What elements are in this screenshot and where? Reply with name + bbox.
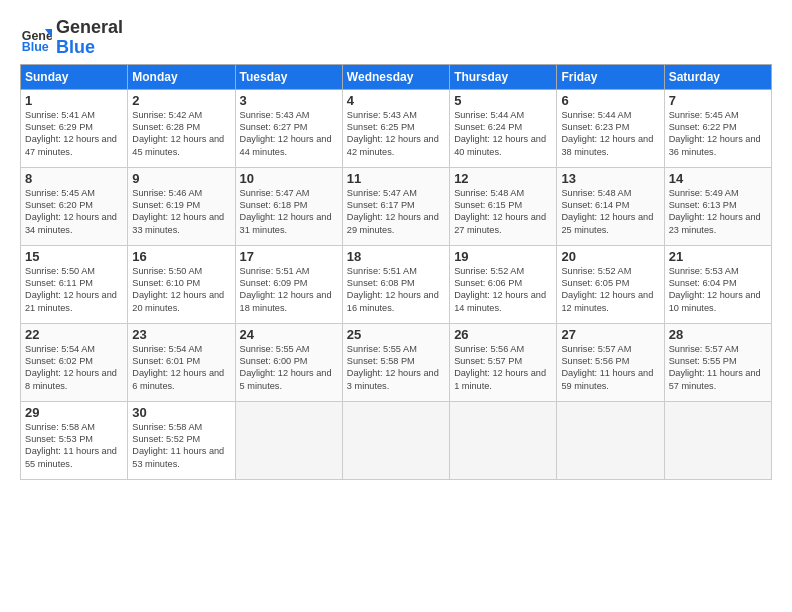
calendar-cell: 4 Sunrise: 5:43 AM Sunset: 6:25 PM Dayli… xyxy=(342,89,449,167)
col-wednesday: Wednesday xyxy=(342,64,449,89)
calendar-table: Sunday Monday Tuesday Wednesday Thursday… xyxy=(20,64,772,480)
day-number: 26 xyxy=(454,327,552,342)
day-detail: Sunrise: 5:56 AM Sunset: 5:57 PM Dayligh… xyxy=(454,343,552,393)
day-number: 4 xyxy=(347,93,445,108)
calendar-cell: 23 Sunrise: 5:54 AM Sunset: 6:01 PM Dayl… xyxy=(128,323,235,401)
day-number: 7 xyxy=(669,93,767,108)
day-detail: Sunrise: 5:51 AM Sunset: 6:08 PM Dayligh… xyxy=(347,265,445,315)
day-number: 19 xyxy=(454,249,552,264)
day-detail: Sunrise: 5:43 AM Sunset: 6:27 PM Dayligh… xyxy=(240,109,338,159)
day-detail: Sunrise: 5:57 AM Sunset: 5:55 PM Dayligh… xyxy=(669,343,767,393)
day-detail: Sunrise: 5:51 AM Sunset: 6:09 PM Dayligh… xyxy=(240,265,338,315)
day-number: 3 xyxy=(240,93,338,108)
calendar-cell: 26 Sunrise: 5:56 AM Sunset: 5:57 PM Dayl… xyxy=(450,323,557,401)
col-friday: Friday xyxy=(557,64,664,89)
calendar-cell: 30 Sunrise: 5:58 AM Sunset: 5:52 PM Dayl… xyxy=(128,401,235,479)
day-detail: Sunrise: 5:49 AM Sunset: 6:13 PM Dayligh… xyxy=(669,187,767,237)
calendar-cell: 7 Sunrise: 5:45 AM Sunset: 6:22 PM Dayli… xyxy=(664,89,771,167)
day-number: 6 xyxy=(561,93,659,108)
calendar-cell: 29 Sunrise: 5:58 AM Sunset: 5:53 PM Dayl… xyxy=(21,401,128,479)
header: General Blue General Blue xyxy=(20,18,772,58)
day-detail: Sunrise: 5:47 AM Sunset: 6:17 PM Dayligh… xyxy=(347,187,445,237)
day-number: 24 xyxy=(240,327,338,342)
day-number: 16 xyxy=(132,249,230,264)
calendar-cell: 20 Sunrise: 5:52 AM Sunset: 6:05 PM Dayl… xyxy=(557,245,664,323)
day-number: 5 xyxy=(454,93,552,108)
calendar-cell: 21 Sunrise: 5:53 AM Sunset: 6:04 PM Dayl… xyxy=(664,245,771,323)
day-detail: Sunrise: 5:48 AM Sunset: 6:14 PM Dayligh… xyxy=(561,187,659,237)
calendar-cell: 24 Sunrise: 5:55 AM Sunset: 6:00 PM Dayl… xyxy=(235,323,342,401)
day-detail: Sunrise: 5:47 AM Sunset: 6:18 PM Dayligh… xyxy=(240,187,338,237)
day-detail: Sunrise: 5:55 AM Sunset: 6:00 PM Dayligh… xyxy=(240,343,338,393)
calendar-cell: 8 Sunrise: 5:45 AM Sunset: 6:20 PM Dayli… xyxy=(21,167,128,245)
day-detail: Sunrise: 5:54 AM Sunset: 6:02 PM Dayligh… xyxy=(25,343,123,393)
calendar-cell xyxy=(450,401,557,479)
calendar-week-row: 15 Sunrise: 5:50 AM Sunset: 6:11 PM Dayl… xyxy=(21,245,772,323)
calendar-cell: 17 Sunrise: 5:51 AM Sunset: 6:09 PM Dayl… xyxy=(235,245,342,323)
calendar-cell: 22 Sunrise: 5:54 AM Sunset: 6:02 PM Dayl… xyxy=(21,323,128,401)
day-number: 15 xyxy=(25,249,123,264)
day-detail: Sunrise: 5:44 AM Sunset: 6:23 PM Dayligh… xyxy=(561,109,659,159)
calendar-cell: 13 Sunrise: 5:48 AM Sunset: 6:14 PM Dayl… xyxy=(557,167,664,245)
col-thursday: Thursday xyxy=(450,64,557,89)
day-number: 13 xyxy=(561,171,659,186)
calendar-cell: 5 Sunrise: 5:44 AM Sunset: 6:24 PM Dayli… xyxy=(450,89,557,167)
day-number: 23 xyxy=(132,327,230,342)
day-number: 27 xyxy=(561,327,659,342)
col-monday: Monday xyxy=(128,64,235,89)
day-detail: Sunrise: 5:45 AM Sunset: 6:20 PM Dayligh… xyxy=(25,187,123,237)
day-number: 14 xyxy=(669,171,767,186)
calendar-cell: 10 Sunrise: 5:47 AM Sunset: 6:18 PM Dayl… xyxy=(235,167,342,245)
day-detail: Sunrise: 5:54 AM Sunset: 6:01 PM Dayligh… xyxy=(132,343,230,393)
day-number: 29 xyxy=(25,405,123,420)
calendar-cell xyxy=(342,401,449,479)
day-detail: Sunrise: 5:50 AM Sunset: 6:10 PM Dayligh… xyxy=(132,265,230,315)
day-detail: Sunrise: 5:57 AM Sunset: 5:56 PM Dayligh… xyxy=(561,343,659,393)
day-detail: Sunrise: 5:52 AM Sunset: 6:06 PM Dayligh… xyxy=(454,265,552,315)
calendar-week-row: 29 Sunrise: 5:58 AM Sunset: 5:53 PM Dayl… xyxy=(21,401,772,479)
day-detail: Sunrise: 5:46 AM Sunset: 6:19 PM Dayligh… xyxy=(132,187,230,237)
calendar-header-row: Sunday Monday Tuesday Wednesday Thursday… xyxy=(21,64,772,89)
day-number: 25 xyxy=(347,327,445,342)
calendar-week-row: 8 Sunrise: 5:45 AM Sunset: 6:20 PM Dayli… xyxy=(21,167,772,245)
day-detail: Sunrise: 5:45 AM Sunset: 6:22 PM Dayligh… xyxy=(669,109,767,159)
day-detail: Sunrise: 5:42 AM Sunset: 6:28 PM Dayligh… xyxy=(132,109,230,159)
col-sunday: Sunday xyxy=(21,64,128,89)
day-number: 21 xyxy=(669,249,767,264)
col-saturday: Saturday xyxy=(664,64,771,89)
day-number: 2 xyxy=(132,93,230,108)
day-number: 20 xyxy=(561,249,659,264)
calendar-cell: 3 Sunrise: 5:43 AM Sunset: 6:27 PM Dayli… xyxy=(235,89,342,167)
calendar-cell: 2 Sunrise: 5:42 AM Sunset: 6:28 PM Dayli… xyxy=(128,89,235,167)
day-detail: Sunrise: 5:58 AM Sunset: 5:53 PM Dayligh… xyxy=(25,421,123,471)
day-detail: Sunrise: 5:50 AM Sunset: 6:11 PM Dayligh… xyxy=(25,265,123,315)
day-detail: Sunrise: 5:43 AM Sunset: 6:25 PM Dayligh… xyxy=(347,109,445,159)
day-detail: Sunrise: 5:55 AM Sunset: 5:58 PM Dayligh… xyxy=(347,343,445,393)
calendar-cell: 25 Sunrise: 5:55 AM Sunset: 5:58 PM Dayl… xyxy=(342,323,449,401)
day-number: 22 xyxy=(25,327,123,342)
calendar-cell: 15 Sunrise: 5:50 AM Sunset: 6:11 PM Dayl… xyxy=(21,245,128,323)
calendar-cell: 9 Sunrise: 5:46 AM Sunset: 6:19 PM Dayli… xyxy=(128,167,235,245)
calendar-cell: 1 Sunrise: 5:41 AM Sunset: 6:29 PM Dayli… xyxy=(21,89,128,167)
calendar-cell xyxy=(557,401,664,479)
calendar-cell: 27 Sunrise: 5:57 AM Sunset: 5:56 PM Dayl… xyxy=(557,323,664,401)
day-number: 11 xyxy=(347,171,445,186)
calendar-cell xyxy=(664,401,771,479)
logo-text: General Blue xyxy=(56,18,123,58)
day-number: 8 xyxy=(25,171,123,186)
calendar-cell: 12 Sunrise: 5:48 AM Sunset: 6:15 PM Dayl… xyxy=(450,167,557,245)
calendar-cell: 28 Sunrise: 5:57 AM Sunset: 5:55 PM Dayl… xyxy=(664,323,771,401)
day-number: 28 xyxy=(669,327,767,342)
calendar-cell: 16 Sunrise: 5:50 AM Sunset: 6:10 PM Dayl… xyxy=(128,245,235,323)
logo: General Blue General Blue xyxy=(20,18,123,58)
calendar-week-row: 1 Sunrise: 5:41 AM Sunset: 6:29 PM Dayli… xyxy=(21,89,772,167)
calendar-cell: 18 Sunrise: 5:51 AM Sunset: 6:08 PM Dayl… xyxy=(342,245,449,323)
day-detail: Sunrise: 5:52 AM Sunset: 6:05 PM Dayligh… xyxy=(561,265,659,315)
calendar-cell: 11 Sunrise: 5:47 AM Sunset: 6:17 PM Dayl… xyxy=(342,167,449,245)
day-number: 10 xyxy=(240,171,338,186)
calendar-body: 1 Sunrise: 5:41 AM Sunset: 6:29 PM Dayli… xyxy=(21,89,772,479)
day-detail: Sunrise: 5:58 AM Sunset: 5:52 PM Dayligh… xyxy=(132,421,230,471)
day-detail: Sunrise: 5:41 AM Sunset: 6:29 PM Dayligh… xyxy=(25,109,123,159)
calendar-week-row: 22 Sunrise: 5:54 AM Sunset: 6:02 PM Dayl… xyxy=(21,323,772,401)
calendar-cell xyxy=(235,401,342,479)
